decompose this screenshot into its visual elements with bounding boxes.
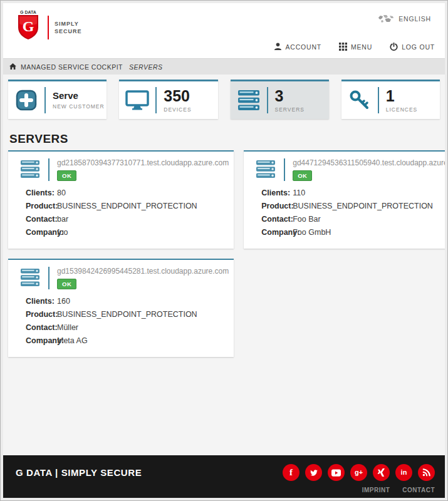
server-card[interactable]: gd1539842426995445281.test.cloudapp.azur… <box>8 259 234 357</box>
product-value: BUSINESS_ENDPOINT_PROTECTION <box>293 202 433 210</box>
footer-brand: G DATA | SIMPLY SECURE <box>16 467 142 478</box>
server-grid: gd2185870394377310771.test.cloudapp.azur… <box>8 150 440 357</box>
clients-value: 80 <box>57 189 66 197</box>
contact-value: bar <box>57 215 68 224</box>
footer-links: IMPRINT CONTACT <box>362 487 435 493</box>
logout-label: LOG OUT <box>402 43 435 51</box>
stat-label: SERVERS <box>275 106 305 113</box>
stat-label: DEVICES <box>164 106 191 113</box>
clients-label: Clients: <box>26 189 57 197</box>
stat-label: NEW CUSTOMER <box>53 103 105 110</box>
stats-row: Serve NEW CUSTOMER 350 DEVICES <box>8 80 440 119</box>
server-head-divider <box>284 158 285 181</box>
contact-value: Foo Bar <box>293 215 320 224</box>
server-card[interactable]: gd4471294536311505940.test.cloudapp.azur… <box>244 150 445 249</box>
company-label: Company: <box>26 336 57 345</box>
server-card[interactable]: gd2185870394377310771.test.cloudapp.azur… <box>8 150 234 249</box>
language-selector[interactable]: ENGLISH <box>378 14 431 23</box>
home-icon[interactable] <box>9 63 16 70</box>
account-label: ACCOUNT <box>286 43 322 51</box>
product-label: Product: <box>26 310 57 319</box>
server-icon <box>18 160 42 181</box>
stat-card-servers[interactable]: 3 SERVERS <box>231 80 329 119</box>
google-plus-icon[interactable]: g+ <box>350 464 367 481</box>
xing-icon[interactable] <box>373 464 390 481</box>
company-label: Company: <box>261 228 293 237</box>
power-icon <box>390 43 398 51</box>
stat-value: 1 <box>386 88 418 104</box>
rss-icon[interactable] <box>418 464 435 481</box>
gdata-shield-icon: G DATA G <box>14 9 42 40</box>
company-value: Foo GmbH <box>293 228 331 237</box>
top-nav: ACCOUNT MENU LOG OUT <box>274 43 435 51</box>
social-links: f g+ in <box>283 464 435 481</box>
app-footer: G DATA | SIMPLY SECURE f g+ in <box>3 455 445 498</box>
product-label: Product: <box>261 202 293 210</box>
status-badge: OK <box>57 170 76 181</box>
logo-brand-text: G DATA <box>20 10 36 14</box>
stat-card-new-customer[interactable]: Serve NEW CUSTOMER <box>8 80 107 119</box>
server-hostname: gd4471294536311505940.test.cloudapp.azur… <box>293 158 445 167</box>
logo-shield-letter: G <box>23 18 34 34</box>
logo-tagline: SIMPLY SECURE <box>55 20 82 35</box>
server-hostname: gd2185870394377310771.test.cloudapp.azur… <box>57 158 229 167</box>
logout-button[interactable]: LOG OUT <box>390 43 435 51</box>
status-badge: OK <box>293 170 312 181</box>
stat-divider <box>155 87 157 113</box>
stat-divider <box>378 87 379 113</box>
company-value: foo <box>57 228 68 237</box>
logo-divider <box>48 16 49 39</box>
imprint-link[interactable]: IMPRINT <box>362 487 390 493</box>
contact-label: Contact: <box>26 215 57 224</box>
clients-value: 160 <box>57 297 70 306</box>
stat-card-licences[interactable]: 1 LICENCES <box>341 80 440 119</box>
world-map-icon <box>378 14 394 23</box>
server-head-divider <box>48 158 49 181</box>
clients-label: Clients: <box>261 189 293 197</box>
clients-value: 110 <box>293 189 305 197</box>
app-header: G DATA G SIMPLY SECURE ENGLISH <box>3 3 445 58</box>
language-label: ENGLISH <box>399 15 431 23</box>
youtube-icon[interactable] <box>328 464 345 481</box>
stat-divider <box>267 87 268 113</box>
breadcrumb-root[interactable]: MANAGED SERVICE COCKPIT <box>21 63 123 71</box>
facebook-icon[interactable]: f <box>283 464 300 481</box>
plus-icon <box>8 90 44 111</box>
servers-icon <box>231 90 267 111</box>
grid-menu-icon <box>339 43 347 51</box>
key-icon <box>341 89 378 111</box>
breadcrumb-current: SERVERS <box>129 63 163 71</box>
stat-value: 3 <box>275 88 305 104</box>
stat-value: Serve <box>53 91 105 101</box>
server-icon <box>254 160 278 181</box>
contact-link[interactable]: CONTACT <box>402 487 435 493</box>
page-title: SERVERS <box>9 132 445 146</box>
account-button[interactable]: ACCOUNT <box>274 43 322 51</box>
page-frame: G DATA G SIMPLY SECURE ENGLISH <box>0 0 448 501</box>
product-label: Product: <box>26 202 57 210</box>
menu-label: MENU <box>351 43 372 51</box>
person-icon <box>274 43 282 51</box>
clients-label: Clients: <box>26 297 57 306</box>
breadcrumb: MANAGED SERVICE COCKPIT SERVERS <box>3 58 445 75</box>
server-icon <box>18 268 42 289</box>
stat-label: LICENCES <box>386 106 418 113</box>
company-value: Meta AG <box>57 336 88 345</box>
server-head-divider <box>48 267 49 289</box>
menu-button[interactable]: MENU <box>339 43 372 51</box>
twitter-icon[interactable] <box>305 464 322 481</box>
main-content: Serve NEW CUSTOMER 350 DEVICES <box>3 75 445 455</box>
devices-icon <box>119 90 155 110</box>
linkedin-icon[interactable]: in <box>395 464 412 481</box>
product-value: BUSINESS_ENDPOINT_PROTECTION <box>57 310 197 319</box>
stat-card-devices[interactable]: 350 DEVICES <box>119 80 217 119</box>
contact-value: Müller <box>57 323 78 332</box>
product-value: BUSINESS_ENDPOINT_PROTECTION <box>57 202 197 210</box>
gdata-logo[interactable]: G DATA G SIMPLY SECURE <box>14 9 82 40</box>
contact-label: Contact: <box>26 323 57 332</box>
stat-value: 350 <box>164 88 191 104</box>
stat-divider <box>44 87 46 113</box>
server-hostname: gd1539842426995445281.test.cloudapp.azur… <box>57 267 229 276</box>
contact-label: Contact: <box>261 215 293 224</box>
company-label: Company: <box>26 228 57 237</box>
